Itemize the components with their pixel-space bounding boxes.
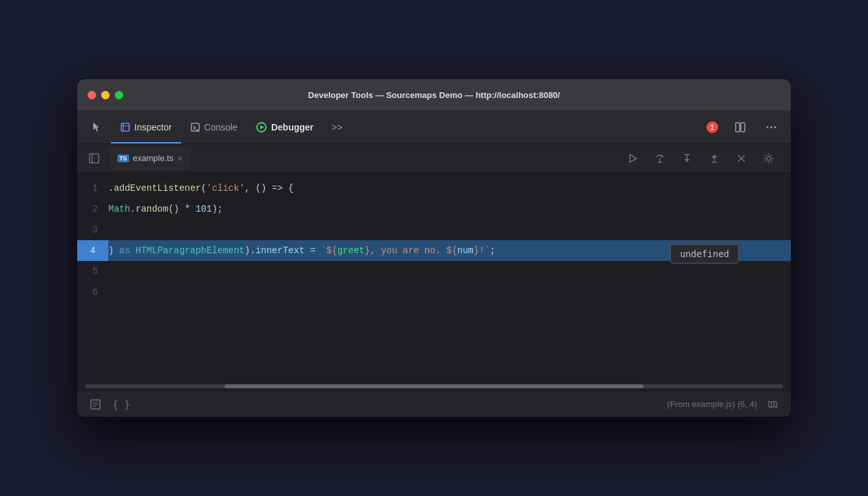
line-number-4: 4 (77, 240, 108, 261)
hover-tooltip: undefined (670, 244, 739, 264)
error-count: 1 (710, 123, 714, 131)
line-number-2: 2 (77, 199, 108, 219)
table-row: 1 .addEventListener('click', () => { (77, 178, 791, 199)
code-editor[interactable]: 1 .addEventListener('click', () => { 2 M… (77, 173, 791, 380)
pretty-print-button[interactable]: { } (111, 394, 132, 415)
more-label: >> (332, 122, 342, 132)
sidebar-toggle-icon (88, 153, 100, 164)
svg-point-9 (767, 126, 769, 128)
window-title: Developer Tools — Sourcemaps Demo — http… (308, 90, 560, 100)
svg-marker-19 (684, 159, 690, 162)
console-tab-label: Console (204, 122, 237, 132)
traffic-lights (88, 91, 123, 99)
line-content-3 (108, 219, 791, 240)
debugger-controls (621, 147, 786, 170)
tab-debugger[interactable]: Debugger (247, 110, 322, 143)
line-number-3: 3 (77, 219, 108, 240)
file-tab-close-button[interactable]: × (177, 153, 182, 164)
debugger-settings-button[interactable] (757, 147, 780, 170)
table-row: 3 (77, 219, 791, 240)
toggle-original-button[interactable] (85, 394, 106, 415)
svg-marker-6 (260, 125, 264, 129)
tab-more[interactable]: >> (322, 110, 351, 143)
console-icon (190, 122, 200, 132)
line-number-5: 5 (77, 261, 108, 282)
svg-point-26 (767, 156, 771, 160)
gear-icon (763, 153, 775, 164)
inspector-icon (120, 122, 130, 132)
ellipsis-icon (766, 121, 777, 133)
disable-breakpoints-button[interactable] (730, 147, 753, 170)
svg-point-10 (771, 126, 773, 128)
line-content-6 (108, 282, 791, 303)
tab-console[interactable]: Console (181, 110, 247, 143)
pointer-tool-button[interactable] (82, 110, 111, 143)
resume-button[interactable] (621, 147, 644, 170)
line-number-6: 6 (77, 282, 108, 303)
svg-point-11 (775, 126, 777, 128)
table-row: 5 (77, 261, 791, 282)
statusbar-left: { } (85, 394, 132, 415)
tab-inspector[interactable]: Inspector (111, 110, 181, 143)
titlebar: Developer Tools — Sourcemaps Demo — http… (77, 79, 791, 110)
layout-toggle-button[interactable] (726, 110, 754, 143)
step-over-icon (654, 153, 666, 164)
step-into-icon (681, 153, 693, 164)
table-row: 6 (77, 282, 791, 303)
maximize-button[interactable] (115, 91, 123, 99)
scrollbar-track[interactable] (85, 384, 783, 388)
pretty-print-label: { } (112, 399, 130, 410)
ts-badge: TS (117, 155, 129, 162)
line-number-1: 1 (77, 178, 108, 199)
svg-marker-31 (769, 401, 777, 408)
step-over-button[interactable] (648, 147, 671, 170)
sidebar-toggle-button[interactable] (82, 147, 106, 170)
code-lines: 1 .addEventListener('click', () => { 2 M… (77, 173, 791, 308)
settings-button[interactable] (757, 110, 786, 143)
svg-rect-0 (121, 123, 129, 131)
statusbar-right: (From example.js) (6, 4) (667, 394, 783, 415)
svg-rect-8 (741, 123, 745, 132)
map-icon-button[interactable] (762, 394, 783, 415)
minimize-button[interactable] (101, 91, 110, 99)
debugger-tab-label: Debugger (271, 122, 313, 132)
devtools-window: Developer Tools — Sourcemaps Demo — http… (77, 79, 791, 417)
tooltip-text: undefined (680, 249, 729, 259)
main-toolbar: Inspector Console Debugger >> (77, 110, 791, 144)
line-content-5 (108, 261, 791, 282)
toolbar-right: 1 (701, 110, 786, 143)
error-badge[interactable]: 1 (701, 119, 723, 136)
file-tab-filename: example.ts (133, 153, 174, 163)
map-icon (767, 399, 778, 410)
statusbar: { } (From example.js) (6, 4) (77, 391, 791, 417)
breakpoints-icon (736, 153, 747, 164)
inspector-tab-label: Inspector (134, 122, 172, 132)
table-row: 2 Math.random() * 101); (77, 199, 791, 219)
error-dot: 1 (706, 121, 718, 133)
step-out-button[interactable] (703, 147, 726, 170)
resume-icon (627, 153, 638, 164)
svg-marker-22 (712, 155, 717, 158)
file-tabbar: TS example.ts × (77, 144, 791, 173)
svg-marker-14 (630, 155, 636, 162)
line-content-2: Math.random() * 101); (108, 199, 791, 219)
debugger-icon (256, 121, 267, 133)
file-tab-example-ts[interactable]: TS example.ts × (110, 147, 191, 170)
step-into-button[interactable] (675, 147, 699, 170)
step-out-icon (708, 153, 720, 164)
line-content-1: .addEventListener('click', () => { (108, 178, 791, 199)
layout-icon (734, 121, 747, 134)
svg-rect-12 (90, 154, 99, 163)
svg-rect-7 (736, 123, 740, 132)
scrollbar-thumb[interactable] (224, 384, 644, 388)
horizontal-scrollbar[interactable] (77, 380, 791, 391)
source-position: (From example.js) (6, 4) (667, 399, 757, 409)
close-button[interactable] (88, 91, 96, 99)
original-source-icon (90, 399, 101, 410)
